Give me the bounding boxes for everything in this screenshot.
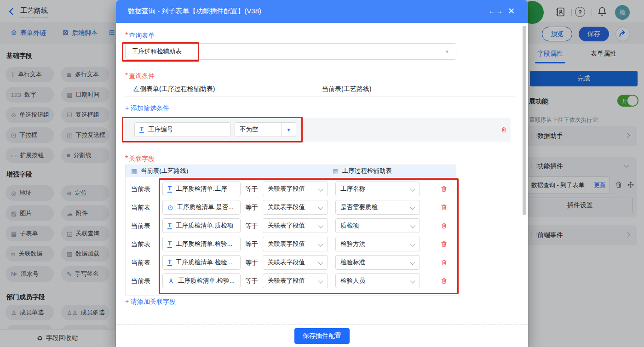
filter-operator-select[interactable]: 不为空 ▼ bbox=[235, 122, 296, 137]
chevron-down-icon bbox=[318, 241, 323, 246]
required-asterisk: * bbox=[125, 31, 128, 39]
relation-field-input[interactable]: 工序质检清单.检验... bbox=[162, 273, 241, 288]
value-type-value: 关联表字段值 bbox=[268, 222, 305, 230]
required-asterisk: * bbox=[125, 72, 128, 80]
app-root: 工艺路线 ⊘ 表单外链 ⊠ 后端脚本 ⊞ ? 检 预览 保存 基础字段 T 单行… bbox=[0, 0, 644, 347]
relation-field-input[interactable]: ⊙ 工序质检清单.是否... bbox=[162, 200, 241, 215]
modal-scrollbar-thumb[interactable] bbox=[523, 26, 526, 215]
chevron-down-icon bbox=[318, 223, 323, 228]
user-icon bbox=[167, 278, 174, 284]
relation-field-input[interactable]: T 工序质检清单.工序 bbox=[162, 182, 241, 196]
relation-right-header: ▦ 工序过程检辅助表 bbox=[333, 167, 392, 175]
relation-row: 当前表 T 工序质检清单.检验... 等于 关联表字段值 检验方法 bbox=[126, 237, 456, 251]
form-table-icon: ▦ bbox=[131, 167, 137, 175]
relation-field-value: 工序质检清单.检验... bbox=[178, 277, 235, 285]
footer-divider bbox=[116, 324, 528, 324]
filter-field-value: 工序编号 bbox=[148, 125, 173, 134]
target-field-value: 检验人员 bbox=[340, 277, 365, 285]
row-source-label: 当前表 bbox=[131, 185, 150, 193]
value-type-select[interactable]: 关联表字段值 bbox=[263, 218, 328, 233]
save-plugin-config-button[interactable]: 保存插件配置 bbox=[294, 328, 350, 344]
modal-title: 数据查询 - 到子表单【功能插件配置】(V38) bbox=[128, 7, 261, 16]
relation-row: 当前表 工序质检清单.检验... 等于 关联表字段值 检验人员 bbox=[126, 273, 456, 288]
single-line-text-icon: T bbox=[167, 185, 172, 193]
radio-icon: ⊙ bbox=[167, 204, 173, 211]
value-type-select[interactable]: 关联表字段值 bbox=[263, 237, 328, 251]
required-asterisk: * bbox=[125, 154, 128, 162]
modal-header: 数据查询 - 到子表单【功能插件配置】(V38) ←→ ✕ bbox=[116, 0, 528, 23]
relation-field-input[interactable]: T 工序质检清单.质检项 bbox=[162, 218, 241, 233]
target-field-select[interactable]: 检验人员 bbox=[335, 273, 420, 288]
value-type-select[interactable]: 关联表字段值 bbox=[263, 273, 328, 288]
close-icon[interactable]: ✕ bbox=[508, 6, 515, 16]
delete-filter-icon[interactable] bbox=[500, 126, 508, 133]
relation-field-input[interactable]: T 工序质检清单.检验... bbox=[162, 237, 241, 251]
relation-table-header: ▦ 当前表(工艺路线) ▦ 工序过程检辅助表 bbox=[126, 165, 456, 177]
target-field-select[interactable]: 检验标准 bbox=[335, 255, 420, 270]
filter-field-input[interactable]: T 工序编号 bbox=[134, 122, 231, 137]
value-type-select[interactable]: 关联表字段值 bbox=[263, 255, 328, 270]
query-form-select[interactable]: 工序过程检辅助表 ▼ bbox=[125, 43, 456, 60]
single-line-text-icon: T bbox=[167, 259, 172, 266]
expand-icon[interactable]: ←→ bbox=[489, 7, 503, 15]
target-field-value: 检验标准 bbox=[340, 258, 365, 267]
chevron-down-icon bbox=[410, 186, 415, 191]
relation-field-value: 工序质检清单.工序 bbox=[176, 185, 227, 193]
row-source-label: 当前表 bbox=[131, 222, 150, 230]
divider bbox=[125, 97, 515, 97]
operator-label: 等于 bbox=[245, 277, 258, 285]
row-source-label: 当前表 bbox=[131, 240, 150, 249]
add-filter-condition-link[interactable]: + 添加筛选条件 bbox=[125, 104, 169, 113]
relation-fields-table: ▦ 当前表(工艺路线) ▦ 工序过程检辅助表 当前表 T 工序质检清单.工序 等… bbox=[125, 165, 456, 296]
operator-label: 等于 bbox=[245, 222, 258, 230]
value-type-value: 关联表字段值 bbox=[268, 240, 305, 248]
target-field-value: 工序名称 bbox=[340, 185, 365, 193]
relation-left-header: ▦ 当前表(工艺路线) bbox=[131, 167, 188, 175]
relation-field-value: 工序质检清单.检验... bbox=[176, 240, 232, 248]
value-type-select[interactable]: 关联表字段值 bbox=[263, 200, 328, 215]
chevron-down-icon bbox=[410, 223, 415, 228]
operator-label: 等于 bbox=[245, 204, 258, 212]
caret-down-icon: ▼ bbox=[445, 49, 449, 54]
value-type-value: 关联表字段值 bbox=[268, 258, 305, 267]
filter-operator-value: 不为空 bbox=[240, 125, 259, 134]
delete-row-icon[interactable] bbox=[440, 204, 448, 211]
relation-field-input[interactable]: T 工序质检清单.检验... bbox=[162, 255, 241, 270]
row-source-label: 当前表 bbox=[131, 259, 150, 267]
operator-label: 等于 bbox=[245, 240, 258, 249]
caret-down-icon[interactable]: ▼ bbox=[281, 123, 296, 137]
target-field-value: 是否需要质检 bbox=[340, 203, 378, 211]
query-condition-label: 查询条件 bbox=[129, 72, 155, 80]
add-relation-field-link[interactable]: + 请添加关联字段 bbox=[125, 298, 176, 306]
delete-row-icon[interactable] bbox=[440, 240, 448, 248]
chevron-down-icon bbox=[318, 260, 323, 265]
target-field-select[interactable]: 是否需要质检 bbox=[335, 200, 420, 215]
target-field-select[interactable]: 检验方法 bbox=[335, 237, 420, 251]
row-source-label: 当前表 bbox=[131, 204, 150, 212]
single-line-text-icon: T bbox=[139, 126, 144, 133]
delete-row-icon[interactable] bbox=[440, 277, 448, 284]
target-field-value: 检验方法 bbox=[340, 240, 365, 248]
chevron-down-icon bbox=[410, 205, 415, 210]
query-form-value: 工序过程检辅助表 bbox=[132, 47, 182, 56]
relation-right-header-text: 工序过程检辅助表 bbox=[342, 167, 392, 175]
plugin-config-modal: 数据查询 - 到子表单【功能插件配置】(V38) ←→ ✕ *查询表单 工序过程… bbox=[116, 0, 528, 347]
value-type-select[interactable]: 关联表字段值 bbox=[263, 182, 328, 196]
target-field-select[interactable]: 工序名称 bbox=[335, 182, 420, 196]
filter-condition-row: T 工序编号 不为空 ▼ bbox=[125, 118, 511, 142]
relation-field-value: 工序质检清单.检验... bbox=[176, 258, 232, 267]
relation-left-header-text: 当前表(工艺路线) bbox=[141, 167, 189, 175]
form-table-icon: ▦ bbox=[333, 167, 339, 175]
operator-label: 等于 bbox=[245, 185, 258, 193]
query-form-label-row: *查询表单 bbox=[125, 31, 155, 40]
delete-row-icon[interactable] bbox=[440, 185, 448, 193]
chevron-down-icon bbox=[318, 205, 323, 210]
delete-row-icon[interactable] bbox=[440, 222, 448, 229]
operator-label: 等于 bbox=[245, 259, 258, 267]
relation-fields-label-row: *关联字段 bbox=[125, 154, 155, 163]
value-type-value: 关联表字段值 bbox=[268, 203, 305, 211]
delete-row-icon[interactable] bbox=[440, 259, 448, 266]
relation-row: 当前表 T 工序质检清单.检验... 等于 关联表字段值 检验标准 bbox=[126, 255, 456, 270]
target-field-select[interactable]: 质检项 bbox=[335, 218, 420, 233]
value-type-value: 关联表字段值 bbox=[268, 277, 305, 285]
